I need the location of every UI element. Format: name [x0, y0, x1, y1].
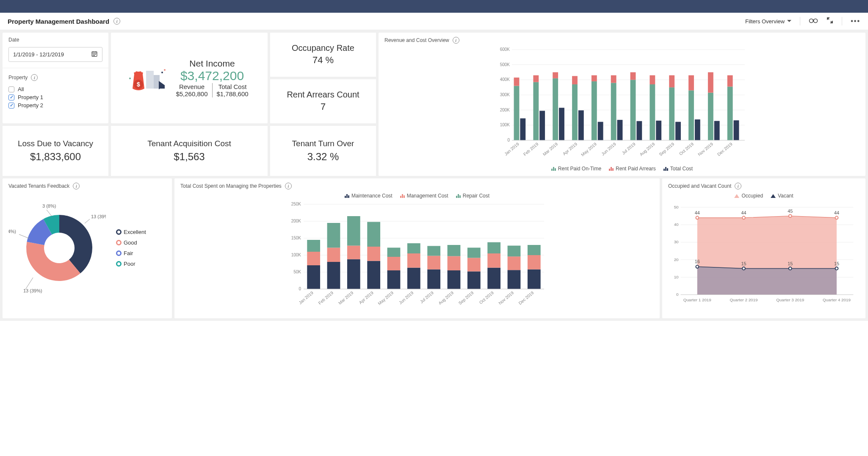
svg-text:Sep 2019: Sep 2019 — [658, 142, 675, 157]
svg-rect-130 — [427, 256, 440, 270]
chart-title: Total Cost Spent on Managing the Propert… — [180, 183, 282, 189]
svg-rect-76 — [727, 86, 733, 140]
feedback-legend: ExcellentGoodFairPoor — [116, 229, 146, 267]
cost-breakdown-chart: 050K100K150K200K250KJan 2019Feb 2019Mar … — [180, 202, 654, 312]
info-icon[interactable]: i — [31, 74, 38, 81]
svg-text:10: 10 — [674, 275, 679, 279]
legend-item[interactable]: Maintenance Cost — [345, 193, 393, 199]
occupancy-label: Occupancy Rate — [292, 43, 354, 53]
svg-rect-111 — [327, 223, 340, 247]
svg-rect-72 — [708, 93, 713, 140]
legend-item[interactable]: Rent Paid Arrears — [609, 166, 656, 172]
legend-item[interactable]: Repair Cost — [456, 193, 489, 199]
svg-rect-64 — [669, 87, 674, 140]
svg-text:Quarter 1 2019: Quarter 1 2019 — [683, 298, 711, 302]
svg-point-170 — [789, 214, 792, 217]
svg-rect-126 — [407, 253, 420, 268]
info-icon[interactable]: i — [735, 183, 741, 189]
kpi-column: Occupancy Rate 74 % Rent Arrears Count 7 — [270, 33, 376, 123]
checkbox-icon: ✓ — [8, 95, 14, 100]
cost-breakdown-card: Total Cost Spent on Managing the Propert… — [174, 178, 660, 318]
info-icon[interactable]: i — [73, 183, 80, 189]
date-value: 1/1/2019 - 12/1/2019 — [13, 51, 64, 58]
svg-rect-48 — [592, 81, 597, 140]
legend-item[interactable]: Rent Paid On-Time — [551, 166, 601, 172]
svg-text:13 (39%): 13 (39%) — [91, 214, 106, 219]
svg-text:300K: 300K — [500, 92, 510, 97]
svg-text:45: 45 — [788, 209, 793, 214]
svg-point-92 — [117, 262, 121, 266]
info-icon[interactable]: i — [285, 183, 292, 189]
svg-rect-119 — [367, 222, 380, 247]
legend-item[interactable]: Occupied — [734, 193, 763, 199]
svg-point-89 — [117, 230, 121, 234]
legend-item[interactable]: Good — [116, 239, 146, 246]
svg-rect-8 — [146, 71, 154, 89]
legend-item[interactable]: Fair — [116, 250, 146, 256]
svg-text:Nov 2019: Nov 2019 — [697, 142, 714, 157]
revenue-cost-chart: 0100K200K300K400K500K600KJan 2019Feb 201… — [384, 47, 860, 161]
svg-rect-151 — [528, 245, 541, 255]
svg-point-172 — [835, 216, 838, 219]
svg-text:500K: 500K — [500, 62, 510, 67]
svg-text:0: 0 — [299, 286, 301, 291]
expand-icon[interactable] — [827, 17, 833, 25]
legend-item[interactable]: Excellent — [116, 229, 146, 235]
svg-rect-54 — [617, 120, 623, 140]
property-label: Property i — [8, 74, 102, 81]
chevron-down-icon — [787, 20, 791, 22]
chart-title: Revenue and Cost Overview — [384, 37, 449, 43]
svg-rect-143 — [487, 242, 500, 253]
svg-rect-77 — [727, 75, 733, 87]
svg-rect-106 — [307, 252, 320, 265]
vacancy-loss-value: $1,833,600 — [30, 151, 81, 163]
svg-rect-70 — [695, 120, 700, 140]
svg-point-15 — [164, 69, 166, 71]
svg-text:Apr 2019: Apr 2019 — [562, 142, 578, 156]
filters-panel: Date 1/1/2019 - 12/1/2019 Property i All… — [3, 33, 108, 123]
svg-text:250K: 250K — [291, 202, 301, 206]
legend-item[interactable]: Total Cost — [663, 166, 693, 172]
property-option[interactable]: ✓Property 2 — [8, 101, 102, 109]
legend-item[interactable]: Vacant — [771, 193, 793, 199]
svg-text:16: 16 — [695, 259, 700, 264]
svg-line-84 — [25, 278, 33, 289]
svg-rect-53 — [611, 75, 616, 83]
svg-text:Sep 2019: Sep 2019 — [458, 290, 475, 306]
svg-rect-145 — [508, 270, 521, 289]
svg-text:$: $ — [137, 81, 141, 88]
svg-point-168 — [742, 216, 745, 219]
svg-text:100K: 100K — [500, 122, 510, 127]
svg-rect-56 — [630, 80, 636, 140]
info-icon[interactable]: i — [453, 37, 459, 44]
svg-line-88 — [47, 210, 52, 216]
glasses-icon[interactable] — [809, 17, 818, 25]
svg-text:Nov 2019: Nov 2019 — [498, 290, 514, 306]
net-income-card: $ Net Income $3,472,200 Revenue $5,260,8… — [111, 33, 268, 123]
legend-item[interactable]: Poor — [116, 261, 146, 267]
svg-rect-50 — [598, 122, 603, 140]
svg-rect-78 — [734, 120, 739, 140]
total-cost-label: Total Cost — [217, 83, 249, 90]
date-label: Date — [8, 37, 102, 43]
svg-rect-41 — [553, 72, 558, 78]
property-option[interactable]: ✓Property 1 — [8, 93, 102, 101]
legend-item[interactable]: Management Cost — [400, 193, 448, 199]
svg-rect-149 — [528, 270, 541, 289]
svg-rect-110 — [327, 247, 340, 262]
svg-text:Jul 2019: Jul 2019 — [621, 142, 636, 156]
date-range-input[interactable]: 1/1/2019 - 12/1/2019 — [8, 47, 102, 62]
property-option[interactable]: All — [8, 85, 102, 93]
svg-text:May 2019: May 2019 — [580, 142, 597, 157]
more-icon[interactable]: ••• — [851, 17, 860, 25]
svg-rect-73 — [708, 72, 713, 93]
svg-rect-65 — [669, 75, 674, 88]
svg-text:Jul 2019: Jul 2019 — [419, 290, 434, 304]
svg-rect-135 — [448, 245, 461, 256]
svg-rect-138 — [467, 258, 481, 271]
svg-text:150K: 150K — [291, 236, 301, 240]
feedback-card: Vacated Tenants Feedback i 13 (39%)13 (3… — [3, 178, 172, 318]
filters-overview-button[interactable]: Filters Overview — [745, 18, 791, 25]
info-icon[interactable]: i — [113, 18, 120, 25]
svg-rect-134 — [448, 256, 461, 270]
